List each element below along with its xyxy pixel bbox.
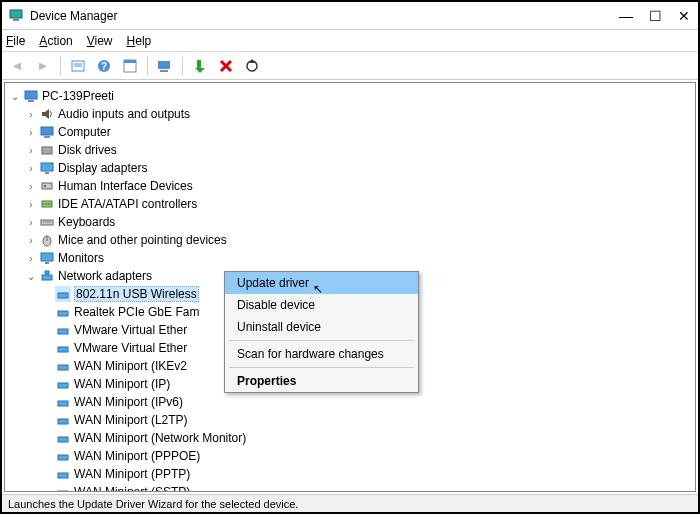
- enable-button[interactable]: [189, 55, 211, 77]
- close-button[interactable]: ✕: [678, 8, 690, 24]
- menu-help[interactable]: Help: [127, 34, 152, 48]
- adapter-icon: [55, 340, 71, 356]
- chevron-right-icon[interactable]: ›: [25, 181, 37, 192]
- svg-rect-49: [58, 473, 68, 478]
- ide-icon: [39, 196, 55, 212]
- svg-rect-40: [58, 311, 68, 316]
- update-button[interactable]: [241, 55, 263, 77]
- tree-device[interactable]: WAN Miniport (Network Monitor): [41, 429, 695, 447]
- menu-file[interactable]: File: [6, 34, 25, 48]
- tree-category[interactable]: ›Audio inputs and outputs: [25, 105, 695, 123]
- forward-button[interactable]: ►: [32, 55, 54, 77]
- svg-rect-41: [58, 329, 68, 334]
- tree-device[interactable]: WAN Miniport (PPTP): [41, 465, 695, 483]
- tree-category[interactable]: ›Monitors: [25, 249, 695, 267]
- maximize-button[interactable]: ☐: [649, 8, 662, 24]
- tree-root[interactable]: ⌄ PC-139Preeti: [9, 87, 695, 105]
- tree-category[interactable]: ›Display adapters: [25, 159, 695, 177]
- svg-marker-12: [195, 68, 205, 73]
- statusbar: Launches the Update Driver Wizard for th…: [2, 494, 698, 512]
- chevron-right-icon[interactable]: ›: [25, 109, 37, 120]
- scan-button[interactable]: [154, 55, 176, 77]
- toolbar: ◄ ► ?: [2, 52, 698, 80]
- svg-rect-24: [41, 163, 53, 171]
- menu-update-driver[interactable]: Update driver ↖: [225, 272, 418, 294]
- tree-category[interactable]: ›Computer: [25, 123, 695, 141]
- audio-icon: [39, 106, 55, 122]
- back-button[interactable]: ◄: [6, 55, 28, 77]
- display-icon: [39, 160, 55, 176]
- svg-rect-43: [58, 365, 68, 370]
- chevron-right-icon[interactable]: ›: [25, 127, 37, 138]
- tree-category[interactable]: ›Keyboards: [25, 213, 695, 231]
- svg-rect-47: [58, 437, 68, 442]
- tree-category[interactable]: ›Human Interface Devices: [25, 177, 695, 195]
- tree-device[interactable]: WAN Miniport (SSTP): [41, 483, 695, 492]
- hid-icon: [39, 178, 55, 194]
- svg-rect-10: [160, 70, 168, 72]
- svg-rect-48: [58, 455, 68, 460]
- svg-rect-17: [25, 91, 37, 99]
- computer-icon: [23, 88, 39, 104]
- adapter-icon: [55, 304, 71, 320]
- menu-disable-device[interactable]: Disable device: [225, 294, 418, 316]
- svg-rect-9: [158, 61, 170, 69]
- adapter-icon: [55, 430, 71, 446]
- svg-rect-0: [10, 10, 22, 18]
- svg-rect-18: [28, 100, 34, 102]
- status-text: Launches the Update Driver Wizard for th…: [8, 498, 298, 510]
- svg-rect-42: [58, 347, 68, 352]
- svg-rect-20: [41, 127, 53, 135]
- svg-rect-1: [13, 19, 19, 21]
- chevron-right-icon[interactable]: ›: [25, 217, 37, 228]
- menu-view[interactable]: View: [87, 34, 113, 48]
- svg-rect-34: [41, 253, 53, 261]
- separator: [60, 57, 61, 75]
- show-hidden-button[interactable]: [67, 55, 89, 77]
- disk-icon: [39, 142, 55, 158]
- tree-device[interactable]: WAN Miniport (PPPOE): [41, 447, 695, 465]
- chevron-down-icon[interactable]: ⌄: [25, 271, 37, 282]
- adapter-icon: [55, 484, 71, 492]
- titlebar: Device Manager — ☐ ✕: [2, 2, 698, 30]
- adapter-icon: [55, 448, 71, 464]
- chevron-right-icon[interactable]: ›: [25, 199, 37, 210]
- separator: [182, 57, 183, 75]
- separator: [229, 367, 414, 368]
- window-controls: — ☐ ✕: [619, 8, 690, 24]
- tree-category[interactable]: ›Disk drives: [25, 141, 695, 159]
- uninstall-button[interactable]: [215, 55, 237, 77]
- separator: [229, 340, 414, 341]
- separator: [147, 57, 148, 75]
- chevron-right-icon[interactable]: ›: [25, 235, 37, 246]
- chevron-right-icon[interactable]: ›: [25, 253, 37, 264]
- chevron-down-icon[interactable]: ⌄: [9, 91, 21, 102]
- tree-device[interactable]: WAN Miniport (IPv6): [41, 393, 695, 411]
- adapter-icon: [55, 286, 71, 302]
- tree-category[interactable]: ›Mice and other pointing devices: [25, 231, 695, 249]
- keyboard-icon: [39, 214, 55, 230]
- svg-rect-26: [42, 183, 52, 189]
- tree-device[interactable]: WAN Miniport (L2TP): [41, 411, 695, 429]
- minimize-button[interactable]: —: [619, 8, 633, 24]
- menu-action[interactable]: Action: [39, 34, 72, 48]
- adapter-icon: [55, 394, 71, 410]
- svg-rect-36: [42, 275, 52, 280]
- mouse-icon: [39, 232, 55, 248]
- tree-category[interactable]: ›IDE ATA/ATAPI controllers: [25, 195, 695, 213]
- menu-properties[interactable]: Properties: [225, 370, 418, 392]
- svg-rect-8: [124, 60, 136, 63]
- menu-scan-hardware[interactable]: Scan for hardware changes: [225, 343, 418, 365]
- window-title: Device Manager: [30, 9, 619, 23]
- svg-rect-39: [58, 293, 68, 298]
- help-button[interactable]: ?: [93, 55, 115, 77]
- properties-button[interactable]: [119, 55, 141, 77]
- computer-icon: [39, 124, 55, 140]
- device-tree-panel[interactable]: ⌄ PC-139Preeti ›Audio inputs and outputs…: [4, 82, 696, 492]
- menubar: File Action View Help: [2, 30, 698, 52]
- context-menu: Update driver ↖ Disable device Uninstall…: [224, 271, 419, 393]
- chevron-right-icon[interactable]: ›: [25, 145, 37, 156]
- menu-uninstall-device[interactable]: Uninstall device: [225, 316, 418, 338]
- chevron-right-icon[interactable]: ›: [25, 163, 37, 174]
- svg-rect-25: [45, 172, 49, 174]
